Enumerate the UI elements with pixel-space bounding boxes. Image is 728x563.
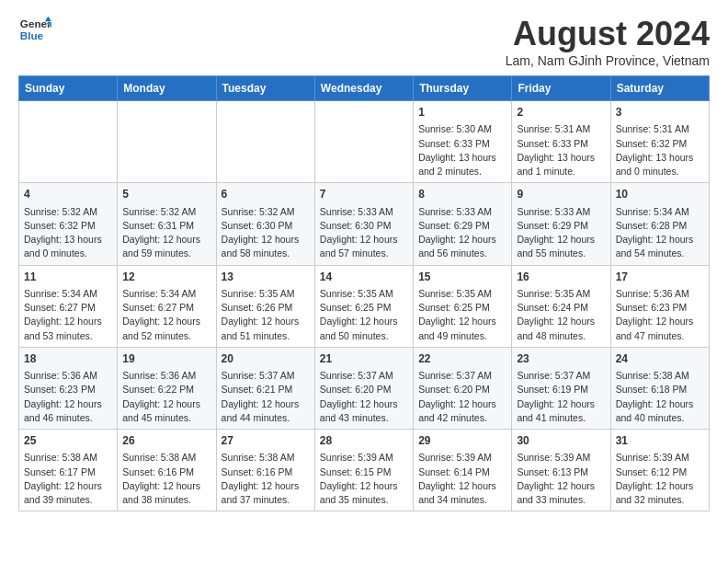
cell-text: Daylight: 12 hours [222, 233, 310, 247]
day-number: 10 [616, 187, 704, 202]
cell-text: Sunrise: 5:35 AM [320, 287, 408, 301]
cell-text: Daylight: 12 hours [418, 233, 506, 247]
cell-text: Sunset: 6:12 PM [616, 465, 704, 479]
calendar-cell: 8Sunrise: 5:33 AMSunset: 6:29 PMDaylight… [414, 183, 512, 265]
cell-text: and 39 minutes. [24, 493, 112, 507]
cell-text: Sunrise: 5:37 AM [517, 369, 605, 383]
calendar-cell: 27Sunrise: 5:38 AMSunset: 6:16 PMDayligh… [216, 430, 314, 511]
calendar-cell [118, 101, 216, 183]
cell-text: Sunset: 6:33 PM [517, 137, 605, 151]
day-number: 12 [122, 270, 210, 285]
cell-text: and 42 minutes. [418, 411, 506, 425]
day-number: 19 [122, 351, 210, 367]
cell-text: and 0 minutes. [24, 247, 112, 260]
cell-text: Sunset: 6:29 PM [418, 219, 506, 233]
day-number: 11 [24, 270, 112, 285]
day-number: 24 [616, 351, 704, 367]
cell-text: Daylight: 12 hours [122, 479, 210, 493]
calendar-table: SundayMondayTuesdayWednesdayThursdayFrid… [18, 75, 710, 511]
cell-text: Sunset: 6:14 PM [418, 465, 506, 479]
page-subtitle: Lam, Nam GJinh Province, Vietnam [506, 53, 710, 68]
cell-text: Sunset: 6:24 PM [517, 301, 605, 315]
cell-text: Sunrise: 5:39 AM [320, 451, 408, 465]
cell-text: Sunset: 6:13 PM [517, 465, 605, 479]
cell-text: and 59 minutes. [122, 247, 210, 260]
cell-text: Sunset: 6:27 PM [24, 301, 112, 315]
calendar-cell: 5Sunrise: 5:32 AMSunset: 6:31 PMDaylight… [118, 183, 216, 265]
cell-text: Sunset: 6:25 PM [320, 301, 408, 315]
cell-text: Sunrise: 5:38 AM [222, 451, 310, 465]
calendar-cell: 18Sunrise: 5:36 AMSunset: 6:23 PMDayligh… [19, 347, 118, 429]
cell-text: Daylight: 12 hours [222, 397, 310, 411]
calendar-cell: 10Sunrise: 5:34 AMSunset: 6:28 PMDayligh… [610, 183, 709, 265]
cell-text: Sunset: 6:25 PM [418, 301, 506, 315]
cell-text: Daylight: 12 hours [320, 233, 408, 247]
cell-text: Sunrise: 5:35 AM [222, 287, 310, 301]
day-number: 6 [222, 187, 310, 202]
cell-text: Daylight: 12 hours [517, 315, 605, 328]
day-number: 17 [616, 270, 704, 285]
cell-text: Daylight: 12 hours [616, 315, 704, 328]
cell-text: Sunset: 6:32 PM [24, 219, 112, 233]
cell-text: and 48 minutes. [517, 329, 605, 343]
day-number: 30 [517, 433, 605, 449]
cell-text: Sunrise: 5:39 AM [418, 451, 506, 465]
cell-text: Sunset: 6:32 PM [616, 137, 704, 151]
calendar-cell: 28Sunrise: 5:39 AMSunset: 6:15 PMDayligh… [314, 430, 413, 511]
header: General Blue August 2024 Lam, Nam GJinh … [18, 15, 710, 68]
day-number: 9 [517, 187, 605, 202]
week-row-2: 4Sunrise: 5:32 AMSunset: 6:32 PMDaylight… [19, 183, 710, 265]
cell-text: Sunrise: 5:37 AM [222, 369, 310, 383]
cell-text: Sunrise: 5:35 AM [517, 287, 605, 301]
cell-text: and 37 minutes. [222, 493, 310, 507]
cell-text: Sunset: 6:22 PM [122, 383, 210, 396]
cell-text: Daylight: 12 hours [24, 479, 112, 493]
day-number: 16 [517, 270, 605, 285]
cell-text: Sunset: 6:26 PM [222, 301, 310, 315]
cell-text: Daylight: 12 hours [122, 315, 210, 328]
calendar-cell [19, 101, 118, 183]
cell-text: and 43 minutes. [320, 411, 408, 425]
cell-text: and 34 minutes. [418, 493, 506, 507]
calendar-cell: 2Sunrise: 5:31 AMSunset: 6:33 PMDaylight… [512, 101, 610, 183]
day-number: 23 [517, 351, 605, 367]
cell-text: Sunrise: 5:34 AM [616, 205, 704, 219]
calendar-cell: 7Sunrise: 5:33 AMSunset: 6:30 PMDaylight… [314, 183, 413, 265]
cell-text: Daylight: 13 hours [616, 151, 704, 165]
cell-text: Daylight: 12 hours [418, 479, 506, 493]
cell-text: Daylight: 12 hours [24, 315, 112, 328]
cell-text: Sunset: 6:18 PM [616, 383, 704, 396]
cell-text: and 38 minutes. [122, 493, 210, 507]
cell-text: Daylight: 12 hours [222, 315, 310, 328]
cell-text: Sunrise: 5:39 AM [616, 451, 704, 465]
calendar-cell: 15Sunrise: 5:35 AMSunset: 6:25 PMDayligh… [414, 265, 512, 347]
cell-text: Sunrise: 5:31 AM [517, 122, 605, 136]
cell-text: and 47 minutes. [616, 329, 704, 343]
cell-text: Daylight: 13 hours [517, 151, 605, 165]
svg-text:Blue: Blue [20, 29, 44, 41]
cell-text: Daylight: 12 hours [616, 397, 704, 411]
calendar-cell: 30Sunrise: 5:39 AMSunset: 6:13 PMDayligh… [512, 430, 610, 511]
calendar-cell: 11Sunrise: 5:34 AMSunset: 6:27 PMDayligh… [19, 265, 118, 347]
cell-text: Daylight: 12 hours [616, 479, 704, 493]
cell-text: Daylight: 12 hours [517, 479, 605, 493]
cell-text: and 58 minutes. [222, 247, 310, 260]
day-number: 2 [517, 105, 605, 121]
cell-text: and 46 minutes. [24, 411, 112, 425]
cell-text: Sunrise: 5:36 AM [122, 369, 210, 383]
cell-text: Sunrise: 5:32 AM [24, 205, 112, 219]
cell-text: Daylight: 12 hours [222, 479, 310, 493]
week-row-1: 1Sunrise: 5:30 AMSunset: 6:33 PMDaylight… [19, 101, 710, 183]
calendar-cell: 13Sunrise: 5:35 AMSunset: 6:26 PMDayligh… [216, 265, 314, 347]
cell-text: Sunset: 6:20 PM [320, 383, 408, 396]
cell-text: Sunset: 6:20 PM [418, 383, 506, 396]
cell-text: Daylight: 12 hours [616, 233, 704, 247]
cell-text: Sunrise: 5:35 AM [418, 287, 506, 301]
day-number: 14 [320, 270, 408, 285]
calendar-cell: 3Sunrise: 5:31 AMSunset: 6:32 PMDaylight… [610, 101, 709, 183]
cell-text: and 51 minutes. [222, 329, 310, 343]
week-row-3: 11Sunrise: 5:34 AMSunset: 6:27 PMDayligh… [19, 265, 710, 347]
header-wednesday: Wednesday [314, 76, 413, 101]
day-number: 31 [616, 433, 704, 449]
calendar-cell: 22Sunrise: 5:37 AMSunset: 6:20 PMDayligh… [414, 347, 512, 429]
